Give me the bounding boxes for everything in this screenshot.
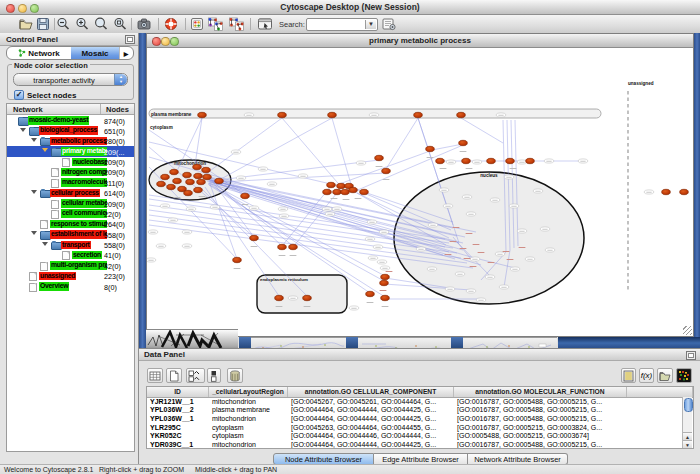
- tree-row-biological-process[interactable]: biological_process651(0): [7, 125, 134, 135]
- import-attributes-button[interactable]: [657, 368, 673, 383]
- zoom-selected-icon[interactable]: [113, 17, 127, 31]
- node[interactable]: [198, 112, 207, 117]
- attribute-batch-button[interactable]: [207, 368, 221, 383]
- node[interactable]: [506, 158, 515, 163]
- network-window-titlebar[interactable]: primary metabolic process: [147, 34, 693, 48]
- column-header-annotation.GO CELLULAR_COMPONENT[interactable]: annotation.GO CELLULAR_COMPONENT: [288, 387, 454, 397]
- search-dropdown-arrow[interactable]: ▼: [365, 20, 376, 29]
- node[interactable]: [173, 178, 182, 183]
- tab-overflow-arrow[interactable]: ▶: [119, 47, 132, 59]
- node[interactable]: [289, 244, 298, 249]
- node[interactable]: [349, 187, 358, 192]
- node[interactable]: [366, 291, 375, 296]
- tree-header-nodes[interactable]: Nodes: [106, 105, 129, 114]
- node[interactable]: [303, 295, 312, 300]
- edge[interactable]: [221, 118, 332, 179]
- export-network-icon[interactable]: [228, 17, 245, 31]
- tree-row-establishment-of-lo[interactable]: establishment of lo558(0): [7, 229, 134, 239]
- node[interactable]: [333, 189, 342, 194]
- node[interactable]: [323, 189, 332, 194]
- open-folder-icon[interactable]: [19, 17, 33, 31]
- tab-network[interactable]: Network: [7, 47, 71, 59]
- tree-row-nitrogen-compo[interactable]: nitrogen compo209(0): [7, 167, 134, 177]
- node[interactable]: [526, 158, 535, 163]
- tree-row-metabolic-process[interactable]: metabolic process280(0): [7, 136, 134, 146]
- search-input[interactable]: ▼: [306, 18, 378, 31]
- node[interactable]: [360, 189, 369, 194]
- background-window-titlebar[interactable]: [558, 337, 700, 348]
- background-window-edge[interactable]: [346, 337, 358, 348]
- expand-arrow-icon[interactable]: [31, 231, 37, 235]
- expand-arrow-icon[interactable]: [42, 148, 48, 152]
- float-panel-icon[interactable]: [686, 351, 696, 360]
- float-panel-icon[interactable]: [125, 35, 135, 44]
- edge[interactable]: [461, 118, 503, 143]
- node[interactable]: [680, 189, 689, 194]
- tree-row-macromolecule[interactable]: macromolecule311(0): [7, 177, 134, 187]
- edge[interactable]: [207, 118, 282, 173]
- node[interactable]: [161, 174, 170, 179]
- tree-row-unassigned[interactable]: unassigned223(0): [7, 271, 134, 281]
- import-network-icon[interactable]: [207, 17, 224, 31]
- tree-row-nucleobase-[interactable]: nucleobase-209(0): [7, 157, 134, 167]
- node[interactable]: [157, 181, 166, 186]
- background-window-strip[interactable]: [358, 337, 451, 348]
- edge[interactable]: [332, 118, 352, 188]
- node[interactable]: [233, 257, 242, 262]
- annotation-icon[interactable]: [257, 17, 273, 31]
- attribute-checklist-button[interactable]: [186, 368, 205, 383]
- background-window-edge[interactable]: [451, 337, 463, 348]
- background-window-strip[interactable]: [251, 337, 346, 348]
- zoom-fit-icon[interactable]: [94, 17, 108, 31]
- table-row-YDR039C__1[interactable]: YDR039C__1mitochondrion[GO:0044464, GO:0…: [147, 441, 693, 449]
- node[interactable]: [241, 193, 250, 198]
- scrollbar-thumb[interactable]: [684, 398, 693, 412]
- tree-header-network[interactable]: Network: [13, 105, 43, 114]
- heatmap-button[interactable]: [676, 368, 692, 383]
- tree-row-mosaic-demo-yeast[interactable]: mosaic-demo-yeast874(0): [7, 115, 134, 125]
- zoom-out-icon[interactable]: [56, 17, 70, 31]
- node[interactable]: [662, 189, 671, 194]
- table-vertical-scrollbar[interactable]: ▲ ▼: [682, 397, 692, 449]
- node[interactable]: [375, 155, 384, 160]
- background-window-strip[interactable]: [463, 337, 557, 348]
- select-nodes-checkbox[interactable]: ✓: [14, 90, 24, 100]
- zoom-in-icon[interactable]: [75, 17, 89, 31]
- node-color-combo[interactable]: transporter activity ▲▼: [13, 73, 128, 86]
- node[interactable]: [414, 112, 423, 117]
- expand-arrow-icon[interactable]: [20, 128, 26, 132]
- background-window-thumbnail[interactable]: [146, 329, 238, 348]
- node[interactable]: [487, 158, 496, 163]
- column-header-ID[interactable]: ID: [147, 387, 209, 397]
- node[interactable]: [457, 112, 466, 117]
- expand-arrow-icon[interactable]: [31, 190, 37, 194]
- node[interactable]: [183, 172, 192, 177]
- table-row-YKR052C[interactable]: YKR052Ccytoplasm[GO:0044464, GO:0044446,…: [147, 432, 693, 441]
- node[interactable]: [327, 182, 336, 187]
- tree-row-multi-organism-pro[interactable]: multi-organism pro42(0): [7, 260, 134, 270]
- vizmapper-icon[interactable]: [190, 17, 204, 31]
- node[interactable]: [275, 295, 284, 300]
- window-resize-grip[interactable]: [683, 326, 692, 335]
- node[interactable]: [380, 280, 389, 285]
- node[interactable]: [328, 112, 337, 117]
- node[interactable]: [202, 167, 211, 172]
- table-row-YPL036W__1[interactable]: YPL036W__1mitochondrion[GO:0044464, GO:0…: [147, 415, 693, 424]
- node[interactable]: [194, 173, 203, 178]
- background-window-edge[interactable]: [239, 337, 251, 348]
- node[interactable]: [278, 112, 287, 117]
- node[interactable]: [184, 190, 193, 195]
- node[interactable]: [382, 168, 391, 173]
- node[interactable]: [215, 178, 224, 183]
- expand-arrow-icon[interactable]: [31, 138, 37, 142]
- tree-row-cell-communicat[interactable]: cell communicat22(0): [7, 208, 134, 218]
- node[interactable]: [426, 146, 435, 151]
- node[interactable]: [194, 187, 203, 192]
- node[interactable]: [203, 174, 212, 179]
- tree-row-primary-metabo[interactable]: primary metabo209(...: [7, 146, 134, 156]
- tree-row-response-to-stimul[interactable]: response to stimul264(0): [7, 219, 134, 229]
- table-row-YJR121W__1[interactable]: YJR121W__1mitochondrion[GO:0045267, GO:0…: [147, 398, 693, 407]
- scroll-down-arrow[interactable]: ▼: [683, 440, 692, 449]
- table-row-YLR295C[interactable]: YLR295Ccytoplasm[GO:0045263, GO:0044464,…: [147, 424, 693, 433]
- node[interactable]: [197, 179, 206, 184]
